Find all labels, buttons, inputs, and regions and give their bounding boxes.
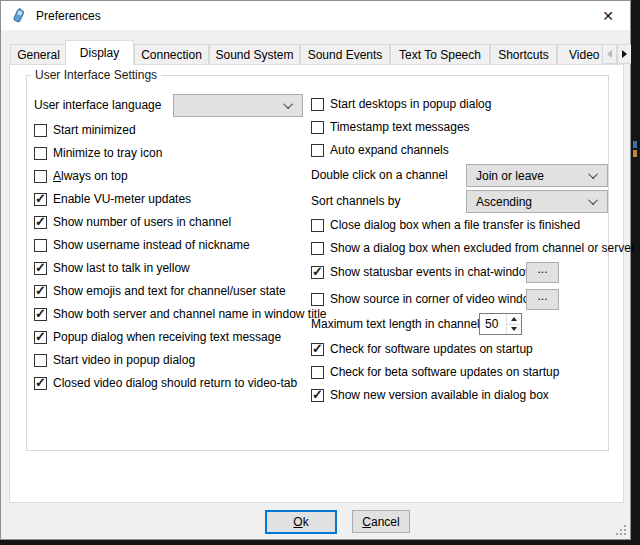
spin-up-button[interactable]	[507, 314, 521, 324]
timestamp-row: Timestamp text messages	[311, 119, 470, 135]
max-text-length-spinner[interactable]: 50	[479, 313, 522, 335]
tab-display[interactable]: Display	[65, 40, 134, 65]
beta-updates-checkbox[interactable]	[311, 366, 324, 379]
window-title: Preferences	[36, 9, 101, 23]
ok-button[interactable]: Ok	[265, 510, 337, 534]
max-text-length-row: Maximum text length in channel list	[311, 316, 498, 332]
chevron-down-icon	[283, 99, 293, 109]
tab-video[interactable]: Video	[557, 44, 603, 64]
beta-updates-label[interactable]: Check for beta software updates on start…	[330, 365, 559, 379]
username-instead-checkbox[interactable]	[34, 239, 47, 252]
video-source-more-button[interactable]: ...	[526, 289, 559, 310]
tab-text-to-speech[interactable]: Text To Speech	[390, 44, 490, 64]
software-updates-row: Check for software updates on startup	[311, 341, 533, 357]
max-text-length-label: Maximum text length in channel list	[311, 317, 498, 331]
emojis-label[interactable]: Show emojis and text for channel/user st…	[53, 284, 286, 298]
resize-grip[interactable]	[616, 525, 627, 536]
closed-video-return-row: Closed video dialog should return to vid…	[34, 375, 297, 391]
software-updates-label[interactable]: Check for software updates on startup	[330, 342, 533, 356]
group-title: User Interface Settings	[31, 68, 161, 82]
start-video-popup-checkbox[interactable]	[34, 354, 47, 367]
users-in-channel-label[interactable]: Show number of users in channel	[53, 215, 231, 229]
new-version-dialog-checkbox[interactable]	[311, 389, 324, 402]
double-click-combobox[interactable]: Join or leave	[466, 164, 608, 187]
beta-updates-row: Check for beta software updates on start…	[311, 364, 559, 380]
spin-down-button[interactable]	[507, 324, 521, 335]
start-video-popup-row: Start video in popup dialog	[34, 352, 195, 368]
desktop-background: Preferences ✕ General Display Connection…	[0, 0, 640, 545]
closed-video-return-label[interactable]: Closed video dialog should return to vid…	[53, 376, 297, 390]
server-channel-title-row: Show both server and channel name in win…	[34, 306, 327, 322]
statusbar-events-label[interactable]: Show statusbar events in chat-window	[330, 265, 534, 279]
start-minimized-label[interactable]: Start minimized	[53, 123, 136, 137]
close-file-transfer-checkbox[interactable]	[311, 219, 324, 232]
double-click-label-row: Double click on a channel	[311, 167, 448, 183]
vu-meter-label[interactable]: Enable VU-meter updates	[53, 192, 191, 206]
double-click-label: Double click on a channel	[311, 168, 448, 182]
username-instead-label[interactable]: Show username instead of nickname	[53, 238, 250, 252]
spin-up-icon	[511, 317, 517, 321]
title-bar[interactable]: Preferences ✕	[1, 1, 630, 30]
emojis-row: Show emojis and text for channel/user st…	[34, 283, 286, 299]
tab-connection[interactable]: Connection	[134, 44, 209, 64]
auto-expand-row: Auto expand channels	[311, 142, 449, 158]
users-in-channel-checkbox[interactable]	[34, 216, 47, 229]
background-artifact	[633, 141, 637, 148]
video-source-checkbox[interactable]	[311, 293, 324, 306]
tab-sound-events[interactable]: Sound Events	[300, 44, 390, 64]
close-file-transfer-row: Close dialog box when a file transfer is…	[311, 217, 580, 233]
minimize-to-tray-label[interactable]: Minimize to tray icon	[53, 146, 162, 160]
sort-channels-value: Ascending	[476, 195, 591, 209]
timestamp-label[interactable]: Timestamp text messages	[330, 120, 470, 134]
start-desktops-checkbox[interactable]	[311, 98, 324, 111]
always-on-top-row: Always on top	[34, 168, 128, 184]
tab-sound-system[interactable]: Sound System	[209, 44, 300, 64]
max-text-length-value[interactable]: 50	[480, 314, 506, 334]
closed-video-return-checkbox[interactable]	[34, 377, 47, 390]
start-video-popup-label[interactable]: Start video in popup dialog	[53, 353, 195, 367]
tab-scroll-right-button[interactable]	[617, 44, 631, 64]
excluded-dialog-label[interactable]: Show a dialog box when excluded from cha…	[330, 241, 635, 255]
minimize-to-tray-row: Minimize to tray icon	[34, 145, 162, 161]
always-on-top-checkbox[interactable]	[34, 170, 47, 183]
last-to-talk-checkbox[interactable]	[34, 262, 47, 275]
start-minimized-row: Start minimized	[34, 122, 136, 138]
vu-meter-row: Enable VU-meter updates	[34, 191, 191, 207]
background-artifact	[633, 150, 637, 157]
tab-scroll-left-button[interactable]	[602, 44, 617, 64]
minimize-to-tray-checkbox[interactable]	[34, 147, 47, 160]
vu-meter-checkbox[interactable]	[34, 193, 47, 206]
tab-scroll-right-icon	[622, 50, 627, 58]
username-instead-row: Show username instead of nickname	[34, 237, 250, 253]
last-to-talk-label[interactable]: Show last to talk in yellow	[53, 261, 190, 275]
sort-channels-combobox[interactable]: Ascending	[466, 190, 608, 213]
popup-text-message-label[interactable]: Popup dialog when receiving text message	[53, 330, 281, 344]
close-icon[interactable]: ✕	[596, 5, 620, 27]
always-on-top-label[interactable]: Always on top	[53, 169, 128, 183]
timestamp-checkbox[interactable]	[311, 121, 324, 134]
new-version-dialog-label[interactable]: Show new version available in dialog box	[330, 388, 549, 402]
close-file-transfer-label[interactable]: Close dialog box when a file transfer is…	[330, 218, 580, 232]
tab-shortcuts[interactable]: Shortcuts	[490, 44, 557, 64]
statusbar-events-more-button[interactable]: ...	[526, 262, 559, 283]
server-channel-title-label[interactable]: Show both server and channel name in win…	[53, 307, 327, 321]
auto-expand-checkbox[interactable]	[311, 144, 324, 157]
statusbar-events-row: Show statusbar events in chat-window	[311, 264, 534, 280]
software-updates-checkbox[interactable]	[311, 343, 324, 356]
cancel-button[interactable]: Cancel	[352, 510, 410, 533]
language-label: User interface language	[34, 98, 161, 112]
start-desktops-label[interactable]: Start desktops in popup dialog	[330, 97, 491, 111]
server-channel-title-checkbox[interactable]	[34, 308, 47, 321]
auto-expand-label[interactable]: Auto expand channels	[330, 143, 449, 157]
spinner-buttons	[506, 314, 521, 334]
popup-text-message-checkbox[interactable]	[34, 331, 47, 344]
statusbar-events-checkbox[interactable]	[311, 266, 324, 279]
sort-channels-label: Sort channels by	[311, 194, 400, 208]
start-minimized-checkbox[interactable]	[34, 124, 47, 137]
tab-general[interactable]: General	[10, 44, 67, 64]
video-source-label[interactable]: Show source in corner of video window	[330, 292, 538, 306]
emojis-checkbox[interactable]	[34, 285, 47, 298]
excluded-dialog-checkbox[interactable]	[311, 242, 324, 255]
last-to-talk-row: Show last to talk in yellow	[34, 260, 190, 276]
language-combobox[interactable]	[173, 94, 303, 117]
